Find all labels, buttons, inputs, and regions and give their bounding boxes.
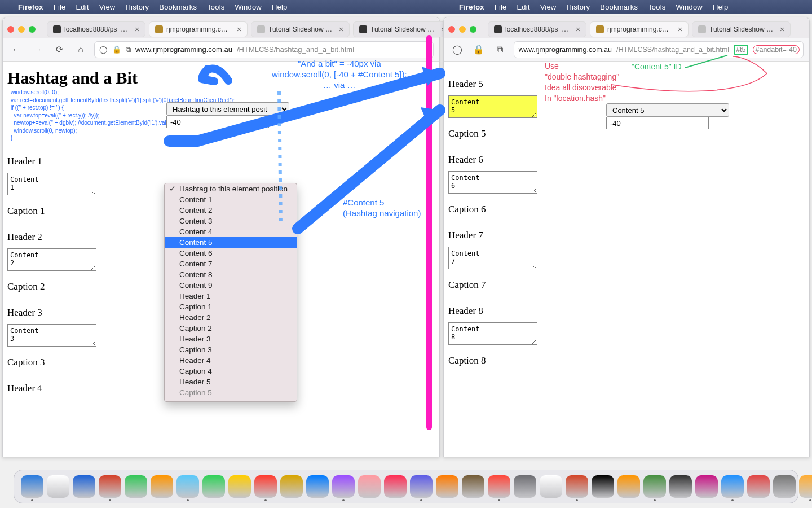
dock-app-icon[interactable] — [617, 475, 640, 498]
macos-dock[interactable] — [14, 470, 798, 503]
dropdown-option[interactable]: Content 9 — [165, 280, 297, 291]
dropdown-option[interactable]: Content 8 — [165, 269, 297, 280]
content-textarea[interactable] — [448, 322, 537, 345]
menubar-item[interactable]: File — [54, 3, 66, 11]
offset-input[interactable] — [606, 117, 709, 129]
dock-app-icon[interactable] — [176, 475, 199, 498]
address-bar[interactable]: ◯ 🔒 ⧉ www.rjmprogramming.com.au/HTMLCSS/… — [94, 41, 434, 58]
menubar-item[interactable]: View — [540, 3, 557, 11]
dropdown-option[interactable]: Header 4 — [165, 355, 297, 366]
minimize-window-button[interactable] — [459, 26, 466, 33]
dock-app-icon[interactable] — [228, 475, 251, 498]
browser-tab[interactable]: Tutorial Slideshow to A× — [692, 21, 791, 37]
content-textarea[interactable] — [7, 324, 96, 347]
dock-app-icon[interactable] — [306, 475, 329, 498]
dock-app-icon[interactable] — [21, 475, 43, 498]
content-textarea[interactable] — [7, 248, 96, 271]
close-tab-icon[interactable]: × — [573, 25, 582, 34]
dock-app-icon[interactable] — [384, 475, 407, 498]
browser-tab[interactable]: Tutorial Slideshow to A× — [353, 21, 452, 37]
dock-app-icon[interactable] — [592, 475, 614, 498]
dock-app-icon[interactable] — [773, 475, 796, 498]
menubar-item[interactable]: Window — [676, 3, 703, 11]
dock-app-icon[interactable] — [125, 475, 147, 498]
dock-app-icon[interactable] — [99, 475, 121, 498]
dock-app-icon[interactable] — [566, 475, 588, 498]
menubar-item[interactable]: View — [99, 3, 116, 11]
dropdown-option[interactable]: Caption 2 — [165, 323, 297, 334]
menubar-item[interactable]: Help — [272, 3, 288, 11]
back-button[interactable]: ← — [8, 42, 24, 58]
dock-app-icon[interactable] — [695, 475, 718, 498]
dock-app-icon[interactable] — [462, 475, 484, 498]
dock-app-icon[interactable] — [540, 475, 562, 498]
select-dropdown-popup[interactable]: Hashtag to this element position Content… — [164, 183, 297, 402]
menubar-item[interactable]: History — [125, 3, 149, 11]
dock-app-icon[interactable] — [643, 475, 666, 498]
dock-app-icon[interactable] — [73, 475, 95, 498]
dropdown-option[interactable]: Header 1 — [165, 291, 297, 301]
menubar-item[interactable]: Tools — [648, 3, 665, 11]
close-tab-icon[interactable]: × — [337, 25, 346, 34]
browser-tab[interactable]: localhost:8888/ps_ef.p× — [488, 21, 586, 37]
dropdown-option[interactable]: Content 4 — [165, 226, 297, 237]
dropdown-option[interactable]: Header 2 — [165, 312, 297, 323]
dropdown-option[interactable]: Content 1 — [165, 194, 297, 205]
menubar-item[interactable]: Edit — [76, 3, 89, 11]
dropdown-option[interactable]: Hashtag to this element position — [165, 183, 297, 194]
close-tab-icon[interactable]: × — [235, 25, 244, 34]
dropdown-option[interactable]: Caption 5 — [165, 387, 297, 398]
browser-tab[interactable]: rjmprogramming.com.a× — [149, 21, 248, 37]
close-tab-icon[interactable]: × — [133, 25, 142, 34]
menubar-item[interactable]: Tools — [207, 3, 224, 11]
dock-app-icon[interactable] — [202, 475, 225, 498]
dock-app-icon[interactable] — [799, 475, 812, 498]
dock-app-icon[interactable] — [280, 475, 303, 498]
menubar-item[interactable]: Bookmarks — [159, 3, 197, 11]
dock-app-icon[interactable] — [747, 475, 770, 498]
menubar-item[interactable]: File — [495, 3, 507, 11]
dropdown-option[interactable]: Content 3 — [165, 216, 297, 226]
content-textarea[interactable] — [448, 247, 537, 269]
menubar-app-name[interactable]: Firefox — [18, 3, 43, 11]
zoom-window-button[interactable] — [470, 26, 476, 33]
close-tab-icon[interactable]: × — [778, 25, 787, 34]
content-textarea[interactable] — [448, 171, 537, 194]
browser-tab[interactable]: localhost:8888/ps_ef.p× — [47, 21, 145, 37]
menubar-app-name[interactable]: Firefox — [459, 3, 484, 11]
browser-tab[interactable]: Tutorial Slideshow to A× — [251, 21, 350, 37]
hashtag-select[interactable]: Hashtag to this element position — [166, 102, 289, 116]
close-window-button[interactable] — [7, 26, 14, 33]
menubar-item[interactable]: Edit — [517, 3, 530, 11]
close-tab-icon[interactable]: × — [676, 25, 685, 34]
dropdown-option[interactable]: Content 7 — [165, 259, 297, 269]
content-textarea[interactable] — [448, 95, 537, 118]
dock-app-icon[interactable] — [721, 475, 744, 498]
dock-app-icon[interactable] — [332, 475, 355, 498]
dropdown-option[interactable]: Caption 4 — [165, 366, 297, 376]
dock-app-icon[interactable] — [669, 475, 692, 498]
menubar-item[interactable]: History — [566, 3, 590, 11]
dropdown-option[interactable]: Header 3 — [165, 334, 297, 344]
minimize-window-button[interactable] — [18, 26, 25, 33]
dropdown-option[interactable]: Caption 1 — [165, 301, 297, 312]
dropdown-option[interactable]: Header 5 — [165, 376, 297, 387]
dropdown-option[interactable]: Content 5 — [165, 237, 297, 248]
address-bar[interactable]: www.rjmprogramming.com.au/HTMLCSS/hashta… — [514, 41, 804, 58]
dropdown-option[interactable]: Caption 3 — [165, 344, 297, 355]
close-window-button[interactable] — [448, 26, 455, 33]
offset-input[interactable] — [166, 116, 269, 128]
zoom-window-button[interactable] — [29, 26, 36, 33]
menubar-item[interactable]: Bookmarks — [600, 3, 638, 11]
menubar-item[interactable]: Help — [713, 3, 729, 11]
content-textarea[interactable] — [7, 173, 96, 195]
menubar-item[interactable]: Window — [235, 3, 262, 11]
dropdown-option[interactable]: Content 2 — [165, 205, 297, 216]
dock-app-icon[interactable] — [358, 475, 381, 498]
dock-app-icon[interactable] — [514, 475, 536, 498]
dock-app-icon[interactable] — [410, 475, 433, 498]
dropdown-option[interactable]: Content 6 — [165, 248, 297, 259]
dock-app-icon[interactable] — [488, 475, 510, 498]
dock-app-icon[interactable] — [47, 475, 69, 498]
browser-tab[interactable]: rjmprogramming.com.a× — [590, 21, 689, 37]
